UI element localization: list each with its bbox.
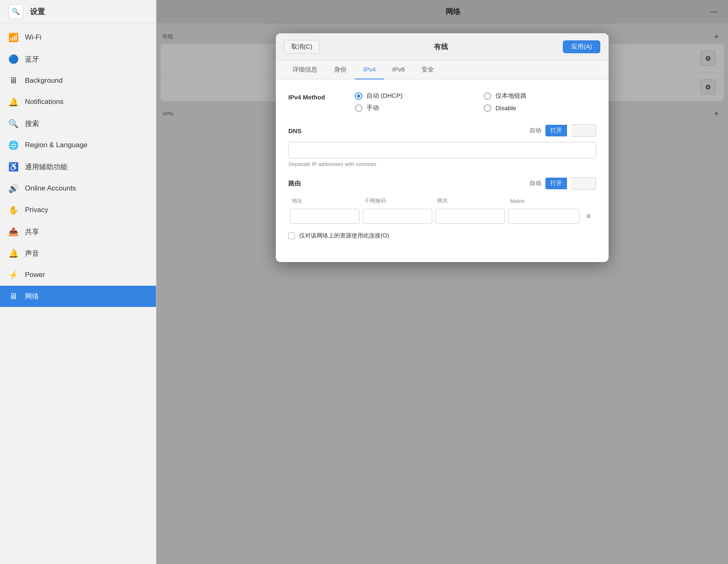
- dns-section: DNS 自动 打开 Separate IP addresses with com…: [288, 124, 596, 167]
- routes-col-metric: Metric: [507, 195, 581, 207]
- modal-header: 取消(C) 有线 应用(A): [276, 33, 609, 61]
- radio-auto-dhcp[interactable]: 自动 (DHCP): [355, 92, 467, 100]
- radio-label-auto-dhcp: 自动 (DHCP): [366, 92, 403, 100]
- modal-tabs: 详细信息身份IPv4IPv6安全: [276, 61, 609, 79]
- radio-disable[interactable]: Disable: [484, 104, 596, 112]
- only-local-label: 仅对该网络上的资源使用此连接(O): [299, 232, 389, 240]
- privacy-icon: ✋: [8, 205, 18, 215]
- sharing-icon: 📤: [8, 227, 18, 237]
- accessibility-icon: ♿: [8, 162, 18, 172]
- search-icon-button[interactable]: 🔍: [8, 4, 23, 19]
- sidebar-item-region[interactable]: 🌐 Region & Language: [0, 134, 156, 156]
- radio-circle-manual: [355, 104, 362, 112]
- power-icon: ⚡: [8, 270, 18, 280]
- routes-toggle-input[interactable]: [571, 177, 596, 190]
- power-label: Power: [25, 271, 45, 279]
- ipv4-method-radio-group: 自动 (DHCP) 仅本地链路 手动 Disable: [355, 92, 596, 112]
- routes-gateway-input[interactable]: [436, 209, 505, 224]
- checkbox-row: 仅对该网络上的资源使用此连接(O): [288, 232, 596, 240]
- routes-label: 路由: [288, 180, 301, 188]
- sidebar-item-wifi[interactable]: 📶 Wi-Fi: [0, 27, 156, 48]
- modal-overlay: 取消(C) 有线 应用(A) 详细信息身份IPv4IPv6安全 IPv4 Met…: [156, 0, 728, 564]
- dns-toggle-input[interactable]: [571, 124, 596, 137]
- radio-manual[interactable]: 手动: [355, 104, 467, 112]
- main-content: 网络 — 有线 + ⚙ ⚙: [156, 0, 728, 564]
- tab-security[interactable]: 安全: [413, 61, 442, 79]
- bluetooth-label: 蓝牙: [25, 54, 39, 64]
- routes-address-input[interactable]: [290, 209, 359, 224]
- search-label: 搜索: [25, 119, 39, 129]
- search-icon: 🔍: [12, 7, 20, 15]
- radio-label-manual: 手动: [366, 104, 379, 112]
- wifi-label: Wi-Fi: [25, 33, 42, 42]
- notifications-icon: 🔔: [8, 97, 18, 107]
- sidebar-item-network[interactable]: 🖥 网络: [0, 286, 156, 307]
- sidebar-item-sound[interactable]: 🔔 声音: [0, 242, 156, 264]
- only-local-checkbox[interactable]: [288, 233, 295, 239]
- sidebar-item-bluetooth[interactable]: 🔵 蓝牙: [0, 48, 156, 70]
- modal-title: 有线: [434, 42, 448, 52]
- tab-details[interactable]: 详细信息: [284, 61, 326, 79]
- tab-ipv6[interactable]: IPv6: [384, 61, 413, 79]
- apply-button[interactable]: 应用(A): [563, 40, 600, 53]
- online-accounts-icon: 🔊: [8, 183, 18, 193]
- sidebar-item-background[interactable]: 🖥 Background: [0, 70, 156, 91]
- routes-metric-input[interactable]: [508, 209, 579, 224]
- sidebar-item-notifications[interactable]: 🔔 Notifications: [0, 91, 156, 113]
- sidebar-item-search[interactable]: 🔍 搜索: [0, 113, 156, 134]
- routes-remove-button[interactable]: ✕: [583, 210, 594, 222]
- sidebar-item-online-accounts[interactable]: 🔊 Online Accounts: [0, 178, 156, 199]
- routes-table: 地址 子网掩码 网关 Metric: [288, 195, 596, 225]
- routes-auto-group: 自动 打开: [530, 177, 596, 190]
- network-label: 网络: [25, 292, 39, 301]
- routes-col-subnet: 子网掩码: [361, 195, 434, 207]
- bluetooth-icon: 🔵: [8, 54, 18, 64]
- sidebar-item-power[interactable]: ⚡ Power: [0, 264, 156, 286]
- search-icon: 🔍: [8, 119, 18, 129]
- wifi-icon: 📶: [8, 32, 18, 42]
- modal-body: IPv4 Method 自动 (DHCP) 仅本地链路 手动 Disable D…: [276, 79, 609, 262]
- radio-label-link-local: 仅本地链路: [495, 92, 527, 100]
- routes-row-1: ✕: [288, 207, 596, 225]
- routes-section: 路由 自动 打开 地址 子网掩码: [288, 177, 596, 240]
- region-icon: 🌐: [8, 140, 18, 150]
- radio-circle-disable: [484, 104, 491, 112]
- sidebar-item-sharing[interactable]: 📤 共享: [0, 221, 156, 242]
- background-icon: 🖥: [8, 76, 18, 85]
- dns-auto-group: 自动 打开: [530, 124, 596, 137]
- sharing-label: 共享: [25, 227, 39, 237]
- radio-circle-auto-dhcp: [355, 92, 362, 100]
- ipv4-method-section: IPv4 Method 自动 (DHCP) 仅本地链路 手动 Disable: [288, 92, 596, 112]
- cancel-button[interactable]: 取消(C): [284, 40, 319, 54]
- background-label: Background: [25, 77, 63, 85]
- sidebar-header: 🔍 设置: [0, 0, 156, 23]
- dns-label: DNS: [288, 127, 302, 134]
- sound-icon: 🔔: [8, 248, 18, 258]
- routes-auto-text: 自动: [530, 180, 541, 187]
- radio-label-disable: Disable: [495, 104, 516, 111]
- tab-identity[interactable]: 身份: [326, 61, 355, 79]
- ipv4-method-label: IPv4 Method: [288, 92, 355, 101]
- routes-toggle-button[interactable]: 打开: [545, 178, 567, 189]
- routes-col-address: 地址: [288, 195, 361, 207]
- routes-col-gateway: 网关: [434, 195, 507, 207]
- wired-settings-modal: 取消(C) 有线 应用(A) 详细信息身份IPv4IPv6安全 IPv4 Met…: [276, 33, 609, 262]
- accessibility-label: 通用辅助功能: [25, 162, 67, 172]
- region-label: Region & Language: [25, 141, 87, 149]
- sidebar-title: 设置: [30, 7, 45, 17]
- dns-toggle-button[interactable]: 打开: [545, 125, 567, 136]
- sidebar-item-accessibility[interactable]: ♿ 通用辅助功能: [0, 156, 156, 178]
- dns-hint: Separate IP addresses with commas: [288, 161, 596, 167]
- sidebar: 🔍 设置 📶 Wi-Fi 🔵 蓝牙 🖥 Background 🔔 Notific…: [0, 0, 156, 564]
- dns-input[interactable]: [288, 142, 596, 158]
- app-container: 🔍 设置 📶 Wi-Fi 🔵 蓝牙 🖥 Background 🔔 Notific…: [0, 0, 728, 564]
- tab-ipv4[interactable]: IPv4: [355, 61, 384, 79]
- sidebar-item-privacy[interactable]: ✋ Privacy: [0, 199, 156, 221]
- routes-subnet-input[interactable]: [363, 209, 432, 224]
- radio-link-local[interactable]: 仅本地链路: [484, 92, 596, 100]
- notifications-label: Notifications: [25, 98, 64, 106]
- sidebar-items: 📶 Wi-Fi 🔵 蓝牙 🖥 Background 🔔 Notification…: [0, 23, 156, 564]
- dns-auto-text: 自动: [530, 127, 541, 134]
- online-accounts-label: Online Accounts: [25, 184, 76, 193]
- routes-header: 路由 自动 打开: [288, 177, 596, 190]
